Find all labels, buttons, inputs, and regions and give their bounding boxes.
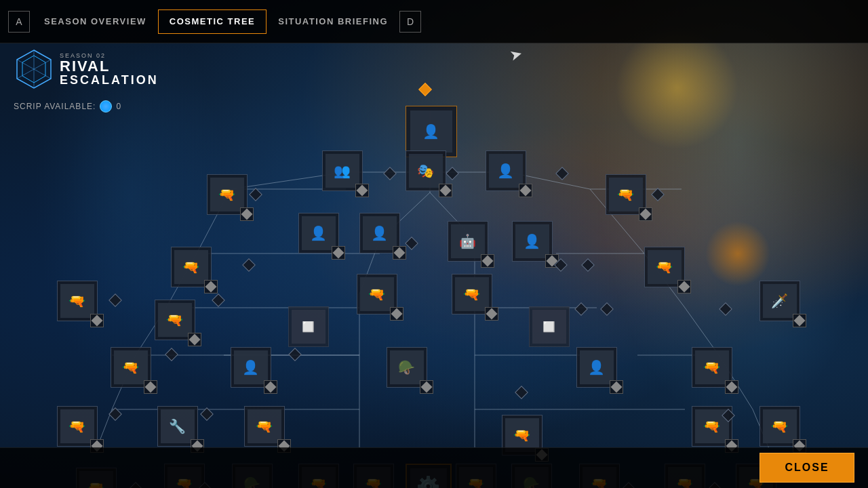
item-node-r7-6[interactable]: 🔫 bbox=[760, 406, 800, 447]
diamond-r4-3 bbox=[581, 258, 595, 272]
item-node-r5-2[interactable]: 🔫 bbox=[155, 300, 195, 340]
diamond-r3-1 bbox=[249, 188, 262, 201]
diamond-r7-2 bbox=[200, 407, 214, 421]
item-node-far-left[interactable]: 🔫 bbox=[207, 174, 248, 215]
topbar: A SEASON OVERVIEW COSMETIC TREE SITUATIO… bbox=[0, 0, 868, 43]
diamond-r4-1 bbox=[242, 258, 256, 272]
item-node-r3-1[interactable]: 👤 bbox=[298, 213, 339, 253]
diamond-r2-3 bbox=[555, 167, 569, 180]
item-node-r7-1[interactable]: 🔫 bbox=[57, 406, 98, 447]
diamond-r3-3 bbox=[405, 237, 418, 250]
item-node-r5-5[interactable]: 🗡️ bbox=[760, 281, 800, 321]
nav-icon-a[interactable]: A bbox=[8, 11, 30, 33]
nav-cosmetic-tree[interactable]: COSMETIC TREE bbox=[158, 9, 267, 34]
nav-icon-d[interactable]: D bbox=[399, 11, 421, 33]
item-node-r6-5[interactable]: 🔫 bbox=[692, 347, 732, 388]
item-node-far-right[interactable]: 🔫 bbox=[606, 174, 646, 215]
nav-season-overview[interactable]: SEASON OVERVIEW bbox=[33, 9, 158, 34]
diamond-r2-2 bbox=[446, 167, 459, 180]
item-node-r5-4[interactable]: 🔫 bbox=[452, 274, 492, 314]
item-node-blank-2[interactable]: ◻️ bbox=[529, 306, 570, 347]
item-node-r7-3[interactable]: 🔫 bbox=[244, 406, 285, 447]
diamond-r6-2 bbox=[288, 348, 302, 361]
item-node-r3-3[interactable]: 🤖 bbox=[448, 221, 488, 262]
diamond-r5-4 bbox=[600, 302, 614, 316]
item-node-r4-1[interactable]: 🔫 bbox=[171, 247, 212, 287]
item-node-r5-3[interactable]: 🔫 bbox=[357, 274, 397, 314]
item-node-top-hero[interactable]: 👤 bbox=[406, 106, 457, 157]
item-node-r7-2[interactable]: 🔧 bbox=[157, 406, 198, 447]
item-node-blank-1[interactable]: ◻️ bbox=[288, 306, 329, 347]
logo-area: SEASON 02 RIVAL ESCALATION bbox=[14, 49, 159, 89]
item-node-r4-2[interactable]: 🔫 bbox=[644, 247, 685, 287]
diamond-r6-3 bbox=[515, 386, 528, 399]
item-node-r6-1[interactable]: 🔫 bbox=[111, 347, 151, 388]
item-node-r3-4[interactable]: 👤 bbox=[512, 221, 553, 262]
bottom-bar bbox=[0, 447, 868, 488]
close-button[interactable]: CLOSE bbox=[760, 453, 854, 483]
diamond-r2-1 bbox=[383, 167, 397, 180]
item-node-l2-left[interactable]: 👥 bbox=[322, 150, 363, 191]
diamond-r5-1 bbox=[108, 293, 122, 307]
tree-area: 👤 👥 🎭 👤 🔫 🔫 bbox=[0, 43, 868, 447]
diamond-r5-2 bbox=[212, 293, 225, 307]
item-node-l2-center[interactable]: 🎭 bbox=[406, 150, 446, 191]
scrip-icon bbox=[100, 100, 112, 113]
item-node-r6-2[interactable]: 👤 bbox=[231, 347, 271, 388]
item-node-l2-right[interactable]: 👤 bbox=[486, 150, 526, 191]
nav-situation-briefing[interactable]: SITUATION BRIEFING bbox=[267, 9, 399, 34]
item-node-r6-3[interactable]: 🪖 bbox=[387, 347, 427, 388]
item-node-r6-4[interactable]: 👤 bbox=[576, 347, 617, 388]
diamond-r6-1 bbox=[165, 348, 178, 361]
logo-text: SEASON 02 RIVAL ESCALATION bbox=[60, 52, 159, 86]
item-node-r5-1[interactable]: 🔫 bbox=[57, 281, 98, 321]
scrip-area: SCRIP AVAILABLE: 0 bbox=[14, 100, 121, 113]
game-logo-icon bbox=[14, 49, 54, 89]
diamond-r3-2 bbox=[651, 188, 665, 201]
diamond-r7-1 bbox=[108, 407, 122, 421]
diamond-r5-5 bbox=[719, 302, 732, 316]
item-node-r3-2[interactable]: 👤 bbox=[359, 213, 400, 253]
diamond-r5-3 bbox=[574, 302, 588, 316]
